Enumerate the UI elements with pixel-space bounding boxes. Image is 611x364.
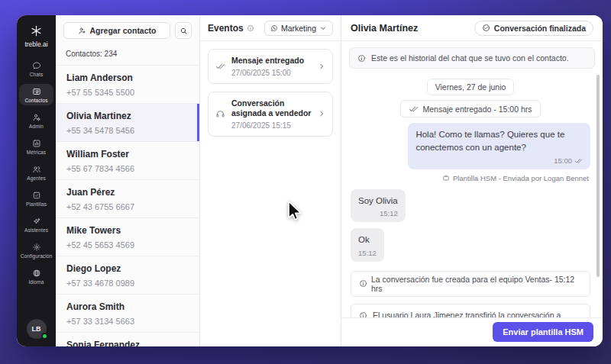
chat-panel: Olivia Martínez Conversación finalizada …	[341, 15, 603, 346]
message-meta: 15:12	[358, 208, 398, 219]
chat-message-list: Viernes, 27 de junio Mensaje entregado -…	[341, 72, 603, 317]
message-text: Soy Olivia	[358, 196, 398, 205]
contact-phone: +52 45 5653 4569	[66, 240, 189, 250]
events-title-text: Eventos	[208, 23, 244, 34]
chat-footer: Enviar plantilla HSM	[341, 317, 603, 346]
sidebar-item-contactos[interactable]: Contactos	[19, 84, 53, 105]
contact-name: Liam Anderson	[66, 72, 189, 83]
chat-history-notice: Este es el historial del chat que se tuv…	[349, 47, 595, 69]
sidebar: treble.ai Chats Contactos	[17, 15, 56, 346]
event-body: Mensaje entregado 27/06/2025 15:00	[231, 56, 304, 77]
sidebar-item-configuracion[interactable]: Configuración	[19, 240, 53, 261]
add-contact-button[interactable]: Agregar contacto	[63, 22, 170, 39]
sidebar-nav: Chats Contactos Admin	[19, 58, 53, 287]
message-time: 15:12	[380, 208, 398, 219]
conversation-status-badge[interactable]: Conversación finalizada	[474, 21, 593, 36]
chevron-right-icon	[318, 63, 325, 70]
contacts-header: Agregar contacto	[56, 15, 199, 44]
search-contacts-button[interactable]	[175, 22, 192, 39]
event-card-conversation-assigned[interactable]: Conversación asignada a vendedor 27/06/2…	[208, 92, 333, 137]
sidebar-item-chats[interactable]: Chats	[19, 58, 53, 79]
sidebar-item-label: Idioma	[28, 279, 44, 285]
date-separator-chip: Viernes, 27 de junio	[427, 79, 515, 95]
sidebar-item-plantillas[interactable]: Plantillas	[19, 188, 53, 209]
system-event-text: La conversación fue creada para el equip…	[371, 275, 582, 293]
contact-row[interactable]: William Foster +55 67 7834 4566	[56, 142, 199, 180]
channel-filter-dropdown[interactable]: Marketing	[264, 21, 333, 36]
sidebar-item-label: Chats	[30, 72, 43, 77]
double-check-icon	[215, 61, 225, 71]
history-notice-text: Este es el historial del chat que se tuv…	[371, 53, 569, 63]
template-attribution: Plantilla HSM - Enviada por Logan Bennet	[442, 174, 589, 182]
delivery-status-chip: Mensaje entregado - 15:00 hrs	[400, 100, 540, 118]
send-template-button[interactable]: Enviar plantilla HSM	[493, 322, 593, 342]
sidebar-item-label: Plantillas	[26, 201, 47, 207]
event-date: 27/06/2025 15:00	[231, 69, 304, 77]
message-time: 15:12	[358, 248, 377, 259]
contact-phone: +52 43 6755 6667	[66, 202, 189, 211]
contacts-count: Contactos: 234	[56, 44, 199, 66]
contact-row-selected[interactable]: Olivia Martinez +55 34 5478 5456	[56, 104, 199, 142]
message-meta: 15:12	[358, 248, 377, 259]
event-date: 27/06/2025 15:15	[231, 121, 312, 130]
contact-row[interactable]: Juan Pérez +52 43 6755 6667	[56, 180, 199, 218]
contact-row[interactable]: Diego Lopez +57 33 4678 0989	[56, 256, 199, 295]
headset-icon	[215, 109, 225, 119]
user-avatar[interactable]: LB	[27, 319, 47, 339]
search-icon	[179, 27, 188, 35]
system-transfer-banner: El usuario Laura Jimenez transfirió la c…	[351, 304, 590, 317]
contact-row[interactable]: Aurora Smith +57 33 3134 5663	[56, 295, 199, 333]
info-icon	[359, 311, 367, 317]
check-circle-icon	[482, 24, 490, 32]
contact-phone: +57 33 4678 0989	[66, 279, 189, 288]
sidebar-item-label: Asistentes	[24, 227, 48, 233]
bar-chart-icon	[32, 139, 41, 148]
template-check-icon	[32, 191, 41, 200]
gear-icon	[32, 243, 41, 252]
contact-row[interactable]: Mike Towers +52 45 5653 4569	[56, 218, 199, 256]
event-body: Conversación asignada a vendedor 27/06/2…	[231, 98, 312, 130]
contact-name: Olivia Martinez	[66, 111, 189, 121]
sidebar-item-metricas[interactable]: Métricas	[19, 136, 53, 157]
sidebar-item-idioma[interactable]: Idioma	[19, 266, 53, 287]
chevron-down-icon	[319, 24, 327, 32]
message-meta: 15:00	[415, 156, 583, 166]
sidebar-item-label: Agentes	[27, 176, 46, 181]
double-check-icon	[409, 104, 419, 114]
logo-text: treble.ai	[24, 40, 47, 48]
contact-phone: +57 33 3134 5663	[66, 317, 189, 326]
contact-row[interactable]: Liam Anderson +57 55 5345 5500	[56, 66, 199, 104]
message-time: 15:00	[554, 156, 572, 166]
chat-scrollbar[interactable]	[596, 75, 600, 277]
chat-contact-name: Olivia Martínez	[351, 23, 418, 34]
person-add-icon	[78, 27, 86, 35]
chevron-right-icon	[318, 110, 325, 118]
chat-bubble-icon	[32, 61, 41, 70]
event-card-message-delivered[interactable]: Mensaje entregado 27/06/2025 15:00	[208, 49, 333, 84]
treble-asterisk-icon	[30, 24, 43, 37]
message-text: Ok	[358, 235, 370, 244]
system-transfer-text: El usuario Laura Jimenez transfirió la c…	[373, 310, 582, 317]
events-title: Eventos	[208, 23, 254, 34]
app-logo: treble.ai	[24, 24, 47, 48]
event-title: Mensaje entregado	[231, 56, 304, 66]
sparkles-icon	[32, 217, 41, 226]
desktop-background: treble.ai Chats Contactos	[0, 0, 611, 364]
contact-name: Sonia Fernandez	[66, 340, 189, 346]
contact-name: William Foster	[66, 149, 189, 159]
sidebar-item-asistentes[interactable]: Asistentes	[19, 214, 53, 235]
sidebar-item-agentes[interactable]: Agentes	[19, 162, 53, 183]
delivery-status-text: Mensaje entregado - 15:00 hrs	[422, 105, 532, 114]
sidebar-item-admin[interactable]: Admin	[19, 110, 53, 131]
sidebar-item-label: Contactos	[24, 98, 47, 103]
double-check-icon	[574, 156, 583, 165]
events-header: Eventos Marketing	[200, 15, 341, 41]
status-badge-label: Conversación finalizada	[494, 24, 586, 33]
online-status-dot	[41, 333, 48, 340]
admin-user-gear-icon	[32, 113, 41, 122]
contact-name: Juan Pérez	[66, 187, 189, 198]
add-contact-label: Agregar contacto	[90, 26, 157, 35]
sidebar-item-label: Admin	[29, 124, 44, 129]
contact-list: Liam Anderson +57 55 5345 5500 Olivia Ma…	[56, 66, 199, 346]
contact-row[interactable]: Sonia Fernandez +52 23 2245 7800	[56, 333, 199, 346]
